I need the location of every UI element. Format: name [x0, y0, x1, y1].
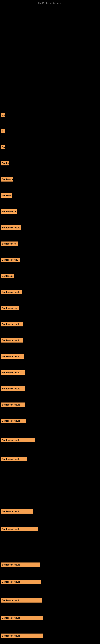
bar: Bottleneck result: [1, 616, 43, 620]
bar-label: Bottleneck result: [2, 510, 20, 512]
bar-label: Bottleneck result: [2, 420, 20, 422]
bar-label: Bottleneck res: [2, 307, 17, 309]
bar: Bottleneck result: [1, 562, 40, 567]
bar-label: Bottleneck re: [2, 242, 16, 245]
bar-item: Bottleneck result: [1, 598, 42, 602]
bar-item: Bottleneck r: [1, 177, 13, 182]
bar-item: Bottleneck result: [1, 290, 22, 294]
bar-label: Bottleneck result: [2, 323, 20, 326]
bar-label: Bottleneck result: [2, 634, 20, 637]
bar-label: Bottleneck result: [2, 355, 20, 358]
bar-item: Bottleneck result: [1, 226, 21, 230]
bar: Bottleneck result: [1, 370, 25, 375]
bar: Bottleneck result: [1, 457, 27, 461]
bar: Bottleneck resu: [1, 258, 20, 262]
bar-item: Bottleneck result: [1, 402, 25, 407]
bar: Bottlen: [1, 161, 9, 166]
bar-label: Bottleneck r: [2, 275, 14, 277]
bar-item: Bottleneck result: [1, 438, 35, 442]
bar-item: Bottleneck: [1, 193, 12, 198]
bar-item: Bottleneck result: [1, 634, 43, 638]
bar-item: Bottleneck re: [1, 242, 18, 246]
bar: Bottleneck result: [1, 527, 38, 531]
bar: Bottleneck r: [1, 274, 14, 278]
bar-label: Bottleneck result: [2, 404, 20, 406]
bar-item: B: [1, 129, 4, 133]
bar-label: Bottleneck: [2, 194, 12, 196]
bar-item: Bottleneck result: [1, 527, 38, 531]
bar-item: Bottleneck result: [1, 509, 33, 514]
bar: Bottleneck res: [1, 306, 19, 310]
bar-item: Bottleneck result: [1, 338, 23, 342]
bar-item: Bottleneck result: [1, 113, 5, 117]
bar-item: Bottlen: [1, 161, 9, 166]
bar-item: Bottleneck result: [1, 580, 41, 584]
bar-label: Bottleneck result: [2, 291, 20, 293]
bar-label: Bottlen: [2, 162, 9, 164]
bar-label: Bottleneck resu: [2, 258, 18, 261]
bar-label: Bo: [2, 146, 5, 148]
bar-label: Bottleneck result: [2, 114, 5, 116]
bar: Bottleneck re: [1, 209, 17, 214]
bar: Bottleneck: [1, 193, 12, 198]
bar-item: Bottleneck result: [1, 322, 23, 326]
bar-label: Bottleneck result: [2, 528, 20, 530]
bar: Bottleneck result: [1, 386, 25, 391]
bar-item: Bottleneck result: [1, 370, 25, 375]
bar-label: Bottleneck result: [2, 599, 20, 602]
bar: Bottleneck result: [1, 418, 26, 423]
bar-item: Bottleneck result: [1, 457, 27, 461]
bar-label: Bottleneck result: [2, 439, 20, 441]
bar-label: Bottleneck result: [2, 458, 20, 460]
bar: Bottleneck result: [1, 509, 33, 514]
bar-label: Bottleneck r: [2, 178, 13, 180]
bar-item: Bottleneck res: [1, 306, 19, 310]
bar-label: Bottleneck re: [2, 210, 16, 213]
bar-label: Bottleneck result: [2, 226, 20, 229]
site-title: TheBottlenecker.com: [38, 2, 62, 5]
bar: Bottleneck result: [1, 598, 42, 602]
bar: Bottleneck result: [1, 226, 21, 230]
bar-item: Bottleneck result: [1, 616, 43, 620]
bar: Bottleneck result: [1, 402, 25, 407]
bar: Bottleneck re: [1, 242, 18, 246]
bar-item: Bottleneck re: [1, 209, 17, 214]
bar: Bottleneck result: [1, 322, 23, 326]
bar: Bottleneck result: [1, 338, 23, 342]
bar: Bottleneck result: [1, 113, 5, 117]
bar: Bottleneck r: [1, 177, 13, 182]
bar-label: Bottleneck result: [2, 371, 20, 374]
bar: Bottleneck result: [1, 438, 35, 442]
bar: Bottleneck result: [1, 290, 22, 294]
bar-item: Bottleneck r: [1, 274, 14, 278]
bar: B: [1, 129, 4, 133]
bar-label: Bottleneck result: [2, 580, 20, 583]
bar-item: Bottleneck result: [1, 562, 40, 567]
bar-item: Bottleneck resu: [1, 258, 20, 262]
bar-item: Bottleneck result: [1, 386, 25, 391]
bar-label: Bottleneck result: [2, 388, 20, 390]
bar-label: Bottleneck result: [2, 339, 20, 342]
bar: Bottleneck result: [1, 580, 41, 584]
bar: Bottleneck result: [1, 634, 43, 638]
bar-item: Bottleneck result: [1, 354, 24, 359]
bar-label: B: [2, 130, 3, 132]
bar: Bo: [1, 145, 5, 149]
bar: Bottleneck result: [1, 354, 24, 359]
bar-item: Bo: [1, 145, 5, 149]
bar-label: Bottleneck result: [2, 564, 20, 566]
bar-item: Bottleneck result: [1, 418, 26, 423]
bar-label: Bottleneck result: [2, 617, 20, 619]
